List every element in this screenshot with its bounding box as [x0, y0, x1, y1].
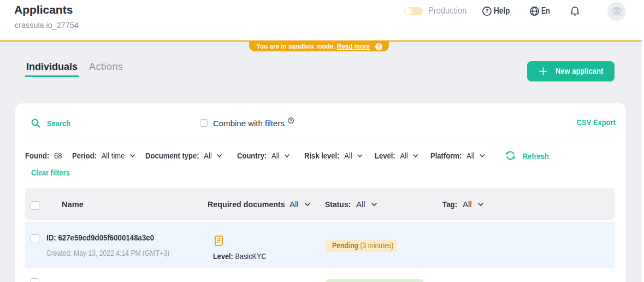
- svg-text:?: ?: [485, 8, 488, 14]
- svg-text:?: ?: [289, 118, 292, 123]
